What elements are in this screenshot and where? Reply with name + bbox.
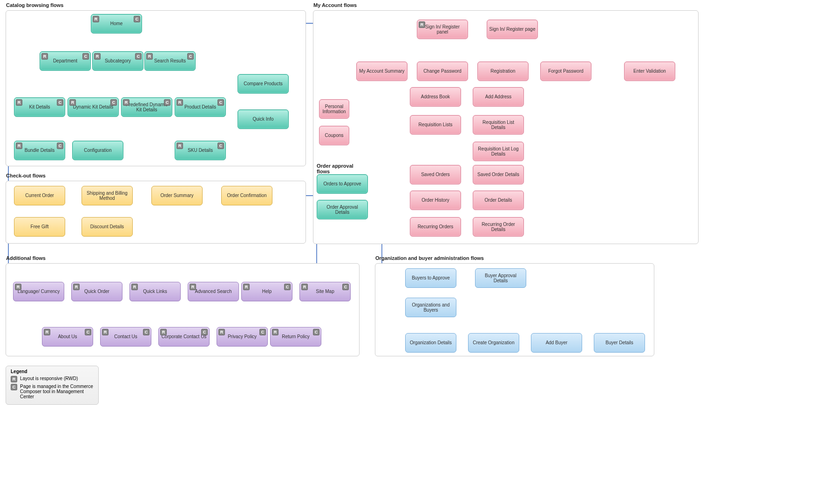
node-help: R C Help [241, 282, 292, 301]
badge-c: C [134, 16, 140, 22]
node-order-conf: Order Confirmation [221, 186, 272, 205]
node-free-gift: Free Gift [14, 217, 65, 237]
node-kit-details: R C Kit Details [14, 97, 65, 117]
node-home: R C Home [91, 14, 142, 34]
node-create-org: Create Organization [468, 333, 519, 353]
node-saved-order-details: Saved Order Details [473, 165, 524, 184]
legend-title: Legend [11, 369, 94, 374]
node-approval-details: Order Approval Details [317, 200, 368, 219]
node-return: R C Return Policy [270, 327, 321, 347]
node-order-summary: Order Summary [151, 186, 203, 205]
node-contact: R C Contact Us [100, 327, 151, 347]
section-title-additional: Additional flows [6, 255, 46, 261]
node-order-details: Order Details [473, 191, 524, 210]
node-recurring-details: Recurring Order Details [473, 217, 524, 237]
node-recurring: Recurring Orders [410, 217, 461, 237]
node-sitemap: R C Site Map [299, 282, 351, 301]
node-discount: Discount Details [82, 217, 133, 237]
legend-text-r: Layout is responsive (RWD) [20, 376, 78, 381]
node-org-details: Organization Details [405, 333, 456, 353]
node-ship-bill: Shipping and Billing Method [82, 186, 133, 205]
node-adv-search: R Advanced Search [188, 282, 239, 301]
node-subcategory: R C Subcategory [92, 51, 143, 71]
node-add-buyer: Add Buyer [531, 333, 582, 353]
node-privacy: R C Privacy Policy [217, 327, 268, 347]
legend-text-c: Page is managed in the Commerce Composer… [20, 384, 94, 399]
node-validation: Enter Validation [624, 61, 675, 81]
badge-r: R [93, 16, 99, 22]
node-dyn-kit: R C Dynamic Kit Details [68, 97, 119, 117]
node-buyers-approve: Buyers to Approve [405, 268, 456, 288]
node-personal: Personal Information [319, 99, 349, 119]
legend-badge-r: R [11, 376, 17, 382]
node-configuration: Configuration [72, 141, 123, 160]
node-forgot-pw: Forgot Password [540, 61, 591, 81]
node-req-log: Requisition List Log Details [473, 142, 524, 161]
legend: Legend R Layout is responsive (RWD) C Pa… [6, 366, 99, 405]
legend-badge-c: C [11, 384, 17, 390]
node-coupons: Coupons [319, 126, 349, 145]
node-addr-book: Address Book [410, 87, 461, 107]
section-title-catalog: Catalog browsing flows [6, 2, 63, 8]
subsection-title-approval: Order approval flows [317, 163, 363, 174]
node-quick-links: R Quick Links [129, 282, 181, 301]
node-predef-kit: R C Predefined Dynamic Kit Details [121, 97, 172, 117]
node-compare-products: Compare Products [238, 74, 289, 94]
section-title-org: Organization and buyer administration fl… [375, 255, 484, 261]
node-summary: My Account Summary [356, 61, 408, 81]
section-title-account: My Account flows [313, 2, 357, 8]
node-change-pw: Change Password [417, 61, 468, 81]
node-req-list-details: Requisition List Details [473, 115, 524, 135]
node-product-details: R C Product Details [175, 97, 226, 117]
node-department: R C Department [40, 51, 91, 71]
node-about: R C About Us [42, 327, 93, 347]
node-saved-orders: Saved Orders [410, 165, 461, 184]
node-sku-details: R C SKU Details [175, 141, 226, 160]
node-registration: Registration [477, 61, 529, 81]
label: Home [110, 21, 123, 27]
node-orders-to-approve: Orders to Approve [317, 174, 368, 194]
node-quick-order: R Quick Order [71, 282, 122, 301]
node-quick-info: Quick Info [238, 109, 289, 129]
node-add-addr: Add Address [473, 87, 524, 107]
node-current-order: Current Order [14, 186, 65, 205]
node-buyer-details: Buyer Details [594, 333, 645, 353]
node-bundle: R C Bundle Details [14, 141, 65, 160]
node-lang-currency: R Language/ Currency [13, 282, 64, 301]
node-req-lists: Requisition Lists [410, 115, 461, 135]
node-signin-page: Sign In/ Register page [487, 20, 538, 39]
node-order-history: Order History [410, 191, 461, 210]
node-search-results: R C Search Results [144, 51, 196, 71]
node-signin-panel: R Sign In/ Register panel [417, 20, 468, 39]
node-corp-contact: R C Corporate Contact Us [158, 327, 210, 347]
section-title-checkout: Check-out flows [6, 173, 46, 178]
node-buyer-approval: Buyer Approval Details [475, 268, 526, 288]
node-orgs-buyers: Organizations and Buyers [405, 298, 456, 317]
